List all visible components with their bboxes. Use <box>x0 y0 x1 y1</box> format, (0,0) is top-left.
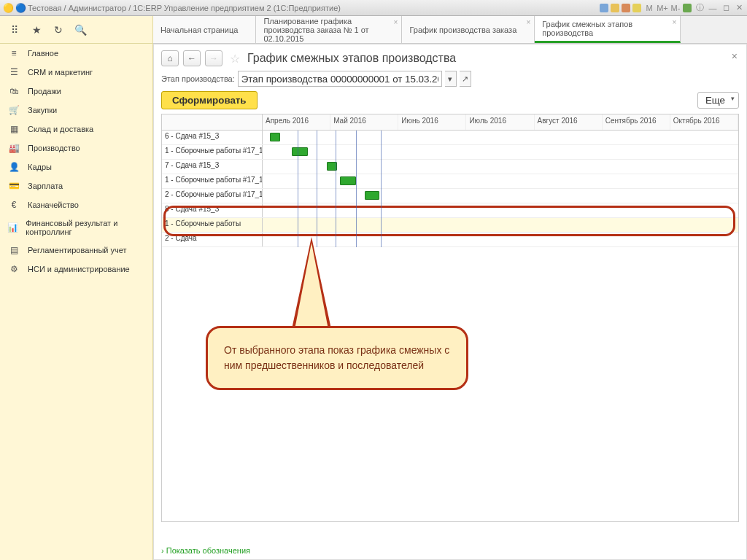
gantt-bar[interactable] <box>365 191 379 200</box>
sidebar-toolbar: ⠿ ★ ↻ 🔍 <box>0 16 152 44</box>
tab-label: График смежных этапов производства <box>542 20 662 37</box>
month-header: Май 2016 <box>330 114 398 130</box>
nav-icon: ☰ <box>7 67 20 77</box>
toolbar-icon[interactable] <box>600 4 608 12</box>
more-button[interactable]: Еще <box>697 92 739 109</box>
tab-close-icon[interactable]: × <box>394 18 398 26</box>
sidebar-item[interactable]: 💳Зарплата <box>0 176 152 195</box>
chart-row[interactable]: 6 - Сдача #15_3 <box>162 131 738 145</box>
sidebar-item[interactable]: 📊Финансовый результат и контроллинг <box>0 214 152 241</box>
tab[interactable]: График смежных этапов производства× <box>535 16 681 43</box>
maximize-icon[interactable]: ◻ <box>721 3 731 13</box>
nav-icon: 🛍 <box>7 86 20 96</box>
app-icon-2: 🔵 <box>15 3 26 13</box>
row-label: 8 - Сдача #15_3 <box>162 203 263 217</box>
nav-icon: 💳 <box>7 181 20 191</box>
chart-row[interactable]: 1 - Сборочные работы #17_1 <box>162 174 738 189</box>
chart-row[interactable]: 7 - Сдача #15_3 <box>162 160 738 174</box>
nav-label: Зарплата <box>28 182 63 190</box>
minimize-icon[interactable]: — <box>708 3 718 13</box>
nav-label: Финансовый результат и контроллинг <box>26 219 145 236</box>
history-icon[interactable]: ↻ <box>51 23 66 37</box>
tab-label: График производства заказа <box>409 26 516 34</box>
apps-icon[interactable]: ⠿ <box>7 23 22 37</box>
sidebar-item[interactable]: ☰CRM и маркетинг <box>0 63 152 82</box>
gantt-bar[interactable] <box>340 176 356 185</box>
sidebar-item[interactable]: 🏭Производство <box>0 139 152 158</box>
tab-close-icon[interactable]: × <box>526 18 530 26</box>
callout-text: От выбранного этапа показ графика смежны… <box>224 344 449 371</box>
gantt-bar[interactable] <box>270 133 280 141</box>
dependency-line <box>356 131 357 247</box>
sidebar-item[interactable]: 🛍Продажи <box>0 82 152 101</box>
sidebar-item[interactable]: ▦Склад и доставка <box>0 120 152 139</box>
nav-label: Закупки <box>28 106 57 114</box>
callout-box: От выбранного этапа показ графика смежны… <box>206 326 468 390</box>
forward-button[interactable]: → <box>205 50 222 66</box>
dropdown-icon[interactable]: ▾ <box>445 71 457 87</box>
chart-row[interactable]: 2 - Сдача <box>162 233 738 247</box>
month-header: Сентябрь 2016 <box>603 114 670 130</box>
back-button[interactable]: ← <box>183 50 201 66</box>
row-label: 1 - Сборочные работы <box>162 218 263 232</box>
nav-icon: 👤 <box>7 162 20 172</box>
toolbar-icon[interactable] <box>611 4 619 12</box>
star-icon[interactable]: ★ <box>29 23 44 37</box>
sidebar-item[interactable]: ≡Главное <box>0 44 152 63</box>
chart-row[interactable]: 8 - Сдача #15_3 <box>162 203 738 218</box>
page-content: × ⌂ ← → ☆ График смежных этапов производ… <box>153 44 747 560</box>
nav-label: Производство <box>28 144 80 152</box>
legend-link[interactable]: Показать обозначения <box>161 546 250 555</box>
calendar-icon[interactable] <box>632 4 641 12</box>
row-label: 2 - Сдача <box>162 233 263 246</box>
chart-row[interactable]: 1 - Сборочные работы #17_1 <box>162 145 738 160</box>
toolbar-icon[interactable] <box>683 4 692 12</box>
row-label: 1 - Сборочные работы #17_1 <box>162 145 263 159</box>
m-icon[interactable]: M+ <box>657 3 667 13</box>
sidebar-item[interactable]: ▤Регламентированный учет <box>0 241 152 260</box>
chart-row[interactable]: 1 - Сборочные работы <box>162 218 738 233</box>
nav-label: Главное <box>28 49 58 58</box>
m-icon[interactable]: M- <box>670 3 681 13</box>
nav-icon: € <box>7 200 20 210</box>
tab-close-icon[interactable]: × <box>672 18 676 26</box>
nav-label: Регламентированный учет <box>28 246 127 254</box>
app-icon: 🟡 <box>3 3 14 13</box>
search-icon[interactable]: 🔍 <box>73 23 88 37</box>
tab[interactable]: График производства заказа× <box>402 16 535 43</box>
page-title: График смежных этапов производства <box>247 52 456 65</box>
sidebar-item[interactable]: 🛒Закупки <box>0 101 152 120</box>
close-page-icon[interactable]: × <box>732 50 738 62</box>
dependency-line <box>381 131 382 247</box>
home-button[interactable]: ⌂ <box>161 50 179 66</box>
window-titlebar: 🟡 🔵 Тестовая / Администратор / 1C:ERP Уп… <box>0 0 747 16</box>
stage-input[interactable] <box>238 71 442 87</box>
nav-icon: ▦ <box>7 124 20 134</box>
tab[interactable]: Планирование графика производства заказа… <box>256 16 402 43</box>
dependency-line <box>317 131 317 247</box>
gantt-chart: Апрель 2016Май 2016Июнь 2016Июль 2016Авг… <box>161 114 739 522</box>
sidebar-item[interactable]: 👤Кадры <box>0 158 152 176</box>
window-title: Тестовая / Администратор / 1C:ERP Управл… <box>28 4 341 12</box>
sidebar-item[interactable]: ⚙НСИ и администрирование <box>0 260 152 279</box>
favorite-icon[interactable]: ☆ <box>230 52 240 66</box>
nav-icon: 🏭 <box>7 143 20 153</box>
row-label: 2 - Сборочные работы #17_1 <box>162 189 263 203</box>
sidebar-item[interactable]: €Казначейство <box>0 195 152 214</box>
toolbar-icon[interactable] <box>622 4 630 12</box>
nav-icon: ⚙ <box>7 264 20 274</box>
info-icon[interactable]: ⓘ <box>694 3 705 13</box>
tab[interactable]: Начальная страница <box>153 16 256 43</box>
nav-label: Кадры <box>28 163 52 171</box>
chart-row[interactable]: 2 - Сборочные работы #17_1 <box>162 189 738 203</box>
row-label: 1 - Сборочные работы #17_1 <box>162 174 263 188</box>
row-label: 6 - Сдача #15_3 <box>162 131 263 144</box>
close-icon[interactable]: ✕ <box>734 3 744 13</box>
generate-button[interactable]: Сформировать <box>161 91 258 109</box>
open-icon[interactable]: ↗ <box>460 71 471 87</box>
tab-bar: Начальная страницаПланирование графика п… <box>153 16 747 44</box>
nav-icon: 🛒 <box>7 105 20 115</box>
gantt-bar[interactable] <box>292 147 308 156</box>
m-icon[interactable]: M <box>644 3 654 13</box>
nav-icon: ▤ <box>7 245 20 255</box>
